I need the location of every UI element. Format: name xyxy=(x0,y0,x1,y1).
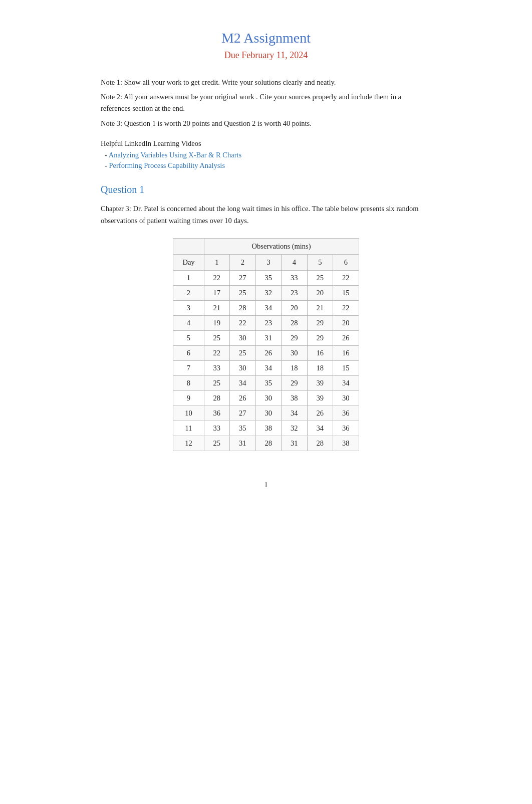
cell-obs-4: 34 xyxy=(282,406,308,421)
cell-day: 1 xyxy=(173,271,204,286)
cell-obs-4: 32 xyxy=(282,421,308,436)
helpful-section: Helpful LinkedIn Learning Videos Analyzi… xyxy=(101,139,431,170)
cell-day: 9 xyxy=(173,391,204,406)
cell-obs-1: 19 xyxy=(204,316,230,331)
col-day: Day xyxy=(173,255,204,271)
cell-obs-3: 23 xyxy=(255,316,282,331)
page-title: M2 Assignment xyxy=(101,30,431,46)
cell-obs-3: 30 xyxy=(255,391,282,406)
cell-day: 10 xyxy=(173,406,204,421)
cell-obs-3: 28 xyxy=(255,436,282,451)
table-row: 1222735332522 xyxy=(173,271,359,286)
col-6: 6 xyxy=(333,255,359,271)
cell-day: 8 xyxy=(173,376,204,391)
cell-obs-5: 28 xyxy=(307,436,333,451)
col-3: 3 xyxy=(255,255,282,271)
cell-obs-1: 22 xyxy=(204,346,230,361)
link-item-1[interactable]: Analyzing Variables Using X-Bar & R Char… xyxy=(105,151,431,159)
cell-obs-5: 39 xyxy=(307,376,333,391)
observations-table-wrapper: Observations (mins) Day 1 2 3 4 5 6 1222… xyxy=(101,238,431,451)
cell-obs-5: 21 xyxy=(307,301,333,316)
cell-obs-3: 35 xyxy=(255,271,282,286)
cell-obs-5: 26 xyxy=(307,406,333,421)
empty-corner-header xyxy=(173,239,204,255)
table-row: 6222526301616 xyxy=(173,346,359,361)
col-4: 4 xyxy=(282,255,308,271)
link-xbar[interactable]: Analyzing Variables Using X-Bar & R Char… xyxy=(109,151,242,159)
cell-obs-1: 22 xyxy=(204,271,230,286)
cell-obs-4: 18 xyxy=(282,361,308,376)
cell-obs-4: 23 xyxy=(282,286,308,301)
cell-obs-3: 34 xyxy=(255,361,282,376)
table-row: 2172532232015 xyxy=(173,286,359,301)
note-2: Note 2: All your answers must be your or… xyxy=(101,91,431,114)
cell-obs-2: 35 xyxy=(230,421,256,436)
cell-obs-3: 30 xyxy=(255,406,282,421)
cell-day: 6 xyxy=(173,346,204,361)
cell-obs-3: 38 xyxy=(255,421,282,436)
cell-obs-5: 20 xyxy=(307,286,333,301)
obs-header-row: Observations (mins) xyxy=(173,239,359,255)
col-2: 2 xyxy=(230,255,256,271)
cell-obs-5: 34 xyxy=(307,421,333,436)
cell-obs-5: 29 xyxy=(307,331,333,346)
col-1: 1 xyxy=(204,255,230,271)
cell-obs-1: 25 xyxy=(204,436,230,451)
cell-obs-6: 15 xyxy=(333,361,359,376)
cell-obs-2: 28 xyxy=(230,301,256,316)
cell-obs-4: 33 xyxy=(282,271,308,286)
table-row: 9282630383930 xyxy=(173,391,359,406)
table-row: 7333034181815 xyxy=(173,361,359,376)
table-row: 5253031292926 xyxy=(173,331,359,346)
table-row: 10362730342636 xyxy=(173,406,359,421)
question1-text: Chapter 3: Dr. Patel is concerned about … xyxy=(101,203,431,227)
page-container: M2 Assignment Due February 11, 2024 Note… xyxy=(61,0,471,529)
cell-obs-6: 15 xyxy=(333,286,359,301)
cell-obs-6: 22 xyxy=(333,301,359,316)
cell-obs-2: 27 xyxy=(230,406,256,421)
cell-obs-1: 33 xyxy=(204,421,230,436)
cell-obs-2: 27 xyxy=(230,271,256,286)
cell-obs-6: 34 xyxy=(333,376,359,391)
cell-obs-4: 31 xyxy=(282,436,308,451)
cell-obs-6: 36 xyxy=(333,421,359,436)
cell-obs-3: 26 xyxy=(255,346,282,361)
note-1: Note 1: Show all your work to get credit… xyxy=(101,77,431,88)
link-item-2[interactable]: Performing Process Capability Analysis xyxy=(105,161,431,170)
table-row: 4192223282920 xyxy=(173,316,359,331)
cell-obs-1: 21 xyxy=(204,301,230,316)
cell-obs-4: 38 xyxy=(282,391,308,406)
cell-day: 11 xyxy=(173,421,204,436)
cell-obs-4: 29 xyxy=(282,331,308,346)
cell-day: 3 xyxy=(173,301,204,316)
cell-day: 7 xyxy=(173,361,204,376)
page-subtitle: Due February 11, 2024 xyxy=(101,50,431,61)
cell-obs-4: 30 xyxy=(282,346,308,361)
cell-obs-4: 28 xyxy=(282,316,308,331)
cell-obs-5: 18 xyxy=(307,361,333,376)
cell-obs-5: 39 xyxy=(307,391,333,406)
cell-obs-6: 38 xyxy=(333,436,359,451)
cell-day: 5 xyxy=(173,331,204,346)
cell-obs-5: 29 xyxy=(307,316,333,331)
cell-obs-2: 30 xyxy=(230,331,256,346)
cell-obs-6: 20 xyxy=(333,316,359,331)
table-row: 3212834202122 xyxy=(173,301,359,316)
cell-obs-5: 16 xyxy=(307,346,333,361)
link-capability[interactable]: Performing Process Capability Analysis xyxy=(109,161,225,169)
cell-obs-6: 22 xyxy=(333,271,359,286)
cell-obs-1: 36 xyxy=(204,406,230,421)
col-5: 5 xyxy=(307,255,333,271)
link-list: Analyzing Variables Using X-Bar & R Char… xyxy=(101,151,431,170)
cell-day: 2 xyxy=(173,286,204,301)
cell-obs-3: 35 xyxy=(255,376,282,391)
cell-obs-4: 29 xyxy=(282,376,308,391)
cell-obs-3: 32 xyxy=(255,286,282,301)
cell-day: 4 xyxy=(173,316,204,331)
cell-obs-1: 33 xyxy=(204,361,230,376)
cell-obs-3: 34 xyxy=(255,301,282,316)
cell-obs-5: 25 xyxy=(307,271,333,286)
cell-obs-2: 25 xyxy=(230,346,256,361)
cell-obs-6: 16 xyxy=(333,346,359,361)
helpful-label: Helpful LinkedIn Learning Videos xyxy=(101,139,431,148)
